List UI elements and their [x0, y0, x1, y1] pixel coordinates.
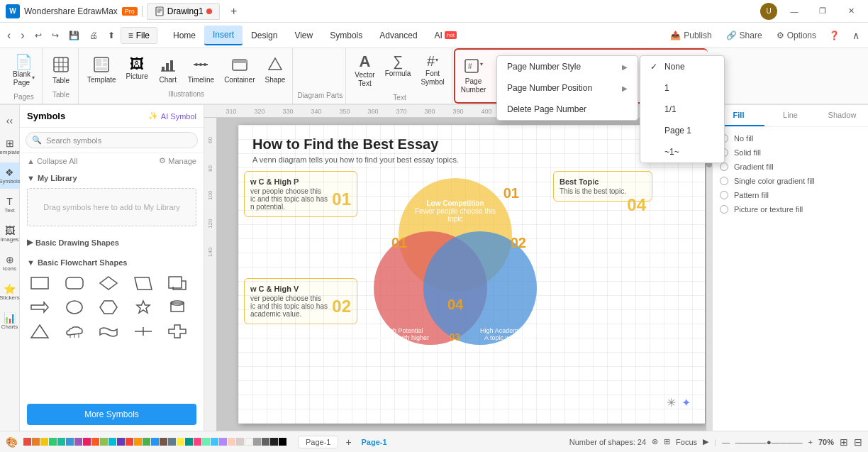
- scrollbar-vertical[interactable]: [706, 118, 712, 431]
- fit-page-button[interactable]: ⊞: [840, 436, 848, 448]
- search-input[interactable]: 🔍 Search symbols: [26, 132, 198, 148]
- style-page-1-item[interactable]: Page 1: [640, 120, 724, 141]
- table-button[interactable]: Table: [47, 53, 75, 88]
- new-tab-button[interactable]: +: [224, 4, 244, 19]
- color-teal-2[interactable]: [185, 438, 193, 446]
- color-red[interactable]: [23, 438, 31, 446]
- zoom-slider[interactable]: ————●————: [735, 438, 803, 446]
- collapse-all-button[interactable]: ▲ Collapse All: [27, 157, 77, 165]
- minimize-button[interactable]: —: [783, 3, 806, 20]
- manage-button[interactable]: ⚙ Manage: [159, 156, 196, 165]
- add-page-button[interactable]: +: [341, 435, 355, 449]
- menu-item-advanced[interactable]: Advanced: [371, 26, 425, 45]
- shape-item-circle[interactable]: [62, 297, 87, 318]
- color-blue-grey[interactable]: [168, 438, 176, 446]
- color-green[interactable]: [49, 438, 57, 446]
- font-symbol-button[interactable]: # ▾ FontSymbol: [416, 51, 448, 91]
- options-button[interactable]: ⚙ Options: [771, 28, 822, 43]
- color-blue[interactable]: [66, 438, 74, 446]
- color-deep-purple[interactable]: [117, 438, 125, 446]
- fill-option-gradient[interactable]: Gradient fill: [720, 162, 861, 171]
- color-white[interactable]: [245, 438, 252, 446]
- color-almost-black[interactable]: [270, 438, 278, 446]
- page-number-position-item[interactable]: Page Number Position ▶: [497, 77, 638, 99]
- fill-option-single-gradient[interactable]: Single color gradient fill: [720, 177, 861, 185]
- canvas-page[interactable]: How to Find the Best Essay A venn diagra…: [238, 125, 705, 424]
- timeline-button[interactable]: Timeline: [184, 54, 218, 87]
- nav-print-button[interactable]: 🖨: [85, 28, 102, 43]
- color-accent-pink[interactable]: [194, 438, 201, 446]
- style-tilde-item[interactable]: ~1~: [640, 141, 724, 162]
- color-accent-green[interactable]: [202, 438, 210, 446]
- canvas-background[interactable]: How to Find the Best Essay A venn diagra…: [217, 118, 712, 431]
- shape-item-line[interactable]: [130, 321, 156, 342]
- color-black[interactable]: [279, 438, 286, 446]
- menu-item-ai[interactable]: AI hot: [426, 26, 465, 45]
- play-icon[interactable]: ▶: [703, 437, 708, 446]
- style-none-item[interactable]: ✓ None: [640, 56, 724, 77]
- blank-page-button[interactable]: 📄 BlankPage ▾: [9, 52, 39, 90]
- color-peach[interactable]: [228, 438, 235, 446]
- sidebar-collapse-button[interactable]: ‹‹: [0, 111, 19, 131]
- color-pink[interactable]: [83, 438, 91, 446]
- color-grey[interactable]: [253, 438, 261, 446]
- color-teal[interactable]: [57, 438, 65, 446]
- active-page-indicator[interactable]: Page-1: [361, 438, 386, 446]
- color-accent-blue[interactable]: [211, 438, 218, 446]
- fit-width-button[interactable]: ⊟: [854, 436, 862, 448]
- style-1-1-item[interactable]: 1/1: [640, 99, 724, 120]
- nav-forward-button[interactable]: ›: [16, 26, 28, 45]
- help-button[interactable]: ❓: [825, 28, 844, 43]
- sidebar-item-text[interactable]: T Text: [0, 192, 19, 218]
- color-orange[interactable]: [32, 438, 40, 446]
- shape-item-cloud[interactable]: [62, 321, 87, 342]
- shape-item-hexagon[interactable]: [96, 297, 121, 318]
- shape-item-parallelogram[interactable]: [130, 272, 156, 294]
- picture-button[interactable]: 🖼 Picture: [122, 54, 152, 87]
- share-button[interactable]: 🔗 Share: [720, 28, 768, 43]
- fill-option-solid[interactable]: Solid fill: [720, 148, 861, 157]
- menu-item-insert[interactable]: Insert: [204, 26, 243, 45]
- page-tab-1[interactable]: Page-1: [298, 436, 338, 448]
- close-button[interactable]: ✕: [840, 3, 862, 20]
- doc-tab[interactable]: Drawing1: [147, 3, 220, 20]
- sidebar-item-icons[interactable]: ⊕ Icons: [0, 250, 19, 276]
- ai-symbol-button[interactable]: ✨ AI Symbol: [148, 111, 196, 121]
- color-yellow[interactable]: [40, 438, 48, 446]
- delete-page-number-item[interactable]: Delete Page Number: [497, 99, 638, 120]
- shape-item-arrow[interactable]: [27, 297, 52, 318]
- color-amber[interactable]: [134, 438, 142, 446]
- nav-save-button[interactable]: 💾: [65, 28, 84, 43]
- maximize-button[interactable]: ❐: [811, 3, 834, 20]
- sidebar-item-charts[interactable]: 📊 Charts: [0, 308, 19, 334]
- template-button[interactable]: Template: [83, 54, 121, 87]
- more-symbols-button[interactable]: More Symbols: [27, 404, 196, 425]
- collapse-ribbon-button[interactable]: ∧: [847, 27, 865, 44]
- color-fill-icon[interactable]: 🎨: [6, 436, 18, 448]
- shape-item-doc[interactable]: [165, 272, 190, 294]
- chart-button[interactable]: Chart: [154, 54, 182, 87]
- shape-item-cylinder[interactable]: [165, 297, 190, 318]
- shape-item-tri[interactable]: [27, 321, 52, 342]
- sparkle-icon-1[interactable]: ✳: [667, 396, 676, 409]
- nav-redo-button[interactable]: ↪: [48, 28, 63, 43]
- color-cyan[interactable]: [108, 438, 116, 446]
- fill-option-pattern[interactable]: Pattern fill: [720, 191, 861, 199]
- shape-item-rect[interactable]: [27, 272, 52, 294]
- tab-shadow[interactable]: Shadow: [816, 105, 868, 126]
- shape-item-wavy[interactable]: [96, 321, 121, 342]
- tab-line[interactable]: Line: [764, 105, 816, 126]
- color-deep-orange[interactable]: [91, 438, 99, 446]
- shape-item-rounded-rect[interactable]: [62, 272, 87, 294]
- file-menu-button[interactable]: ≡ File: [121, 27, 157, 44]
- fill-option-picture[interactable]: Picture or texture fill: [720, 205, 861, 214]
- sparkle-icon-2[interactable]: ✦: [681, 396, 691, 409]
- page-number-button[interactable]: # ▾ PageNumber: [457, 55, 491, 97]
- sidebar-item-stickers[interactable]: ⭐ Stickers: [0, 279, 19, 305]
- color-accent-purple[interactable]: [219, 438, 227, 446]
- color-light-green[interactable]: [100, 438, 108, 446]
- shape-item-diamond[interactable]: [96, 272, 121, 294]
- color-green-2[interactable]: [143, 438, 150, 446]
- color-purple[interactable]: [74, 438, 82, 446]
- color-brown[interactable]: [160, 438, 167, 446]
